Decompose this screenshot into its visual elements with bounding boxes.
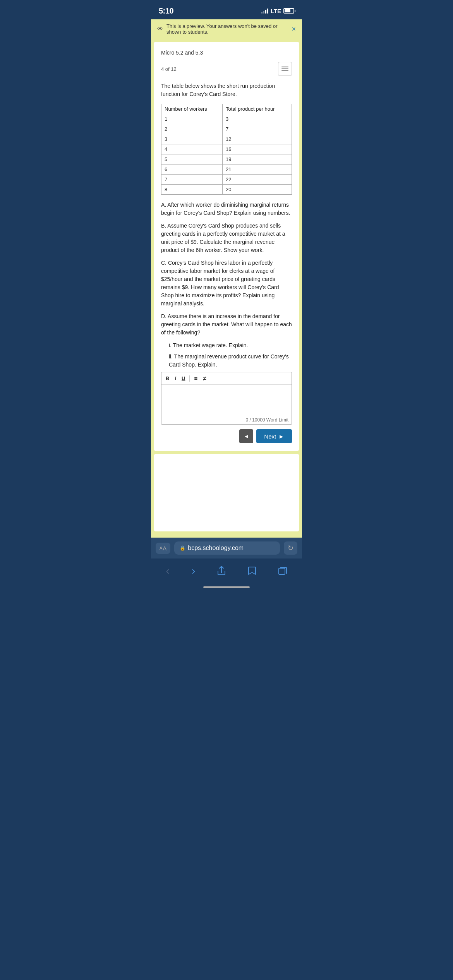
table-row: 722 <box>161 175 292 185</box>
list-line <box>281 70 288 71</box>
italic-button[interactable]: I <box>173 375 177 382</box>
signal-bar-3 <box>265 10 266 14</box>
bookmarks-button[interactable] <box>245 565 259 577</box>
next-button[interactable]: Next ► <box>256 429 292 443</box>
blank-card <box>154 454 299 531</box>
table-row: 519 <box>161 154 292 164</box>
table-row: 820 <box>161 185 292 195</box>
font-size-large: A <box>163 545 166 552</box>
table-row: 621 <box>161 164 292 175</box>
ordered-list-button[interactable]: ≡ <box>193 375 199 382</box>
status-bar: 5:10 LTE <box>151 0 302 19</box>
table-row: 312 <box>161 134 292 144</box>
close-banner-button[interactable]: × <box>292 25 296 33</box>
quiz-card: Micro 5.2 and 5.3 4 of 12 The table belo… <box>154 42 299 451</box>
signal-bar-4 <box>267 9 268 14</box>
list-line <box>281 69 288 69</box>
signal-icon <box>261 8 268 14</box>
lte-label: LTE <box>271 8 281 14</box>
question-text: The table below shows the short run prod… <box>161 82 292 98</box>
font-size-small: A <box>160 546 162 550</box>
preview-banner-content: 👁 This is a preview. Your answers won't … <box>157 23 292 35</box>
lock-icon: 🔒 <box>180 545 185 551</box>
table-header-row: Number of workers Total product per hour <box>161 104 292 114</box>
preview-text: This is a preview. Your answers won't be… <box>166 23 292 35</box>
svg-rect-0 <box>279 568 285 574</box>
editor-toolbar: B I U ≡ ≠ <box>161 372 292 385</box>
share-button[interactable] <box>214 564 229 577</box>
toolbar-divider <box>189 375 190 382</box>
unordered-list-button[interactable]: ≠ <box>202 375 207 382</box>
underline-button[interactable]: U <box>180 375 186 382</box>
eye-icon: 👁 <box>157 26 163 33</box>
quiz-title: Micro 5.2 and 5.3 <box>161 50 292 56</box>
table-row: 13 <box>161 114 292 124</box>
signal-bar-1 <box>261 12 263 14</box>
status-icons: LTE <box>261 8 294 14</box>
tabs-button[interactable] <box>275 565 290 577</box>
table-header-workers: Number of workers <box>161 104 223 114</box>
list-line <box>281 67 288 67</box>
prev-button[interactable]: ◄ <box>239 429 253 443</box>
bold-button[interactable]: B <box>165 375 170 382</box>
question-header: 4 of 12 <box>161 62 292 76</box>
table-header-product: Total product per hour <box>223 104 292 114</box>
word-limit: 0 / 10000 Word Limit <box>161 416 292 424</box>
production-table: Number of workers Total product per hour… <box>161 104 292 195</box>
status-time: 5:10 <box>159 7 173 15</box>
part-b: B. Assume Corey's Card Shop produces and… <box>161 222 292 254</box>
table-row: 27 <box>161 124 292 134</box>
url-text: bcps.schoology.com <box>188 545 244 552</box>
back-button[interactable]: ‹ <box>163 563 173 579</box>
list-lines-icon <box>281 67 288 71</box>
font-size-button[interactable]: A A <box>156 543 170 554</box>
part-a: A. After which worker do diminishing mar… <box>161 201 292 217</box>
editor-body[interactable] <box>161 385 292 416</box>
bottom-nav: ‹ › <box>151 559 302 583</box>
next-label: Next <box>264 433 276 440</box>
browser-bar: A A 🔒 bcps.schoology.com ↻ <box>151 538 302 559</box>
battery-icon <box>283 8 294 14</box>
url-bar[interactable]: 🔒 bcps.schoology.com <box>174 541 280 555</box>
question-list-button[interactable] <box>278 62 292 76</box>
table-row: 416 <box>161 144 292 154</box>
sub-item-ii: ii. The marginal revenue product curve f… <box>161 353 292 369</box>
main-content: Micro 5.2 and 5.3 4 of 12 The table belo… <box>151 39 302 538</box>
part-d: D. Assume there is an increase in the de… <box>161 312 292 337</box>
signal-bar-2 <box>263 11 264 14</box>
reload-button[interactable]: ↻ <box>284 541 297 555</box>
part-c: C. Corey's Card Shop hires labor in a pe… <box>161 259 292 308</box>
home-bar <box>203 586 250 588</box>
question-count: 4 of 12 <box>161 66 177 72</box>
table-body: 1327312416519621722820 <box>161 114 292 195</box>
battery-level <box>285 9 290 12</box>
preview-banner: 👁 This is a preview. Your answers won't … <box>151 19 302 39</box>
next-arrow-icon: ► <box>278 433 284 440</box>
home-indicator <box>151 583 302 591</box>
forward-button[interactable]: › <box>189 563 198 579</box>
answer-editor[interactable]: B I U ≡ ≠ 0 / 10000 Word Limit <box>161 372 292 425</box>
nav-buttons: ◄ Next ► <box>161 429 292 443</box>
sub-item-i: i. The market wage rate. Explain. <box>161 341 292 350</box>
